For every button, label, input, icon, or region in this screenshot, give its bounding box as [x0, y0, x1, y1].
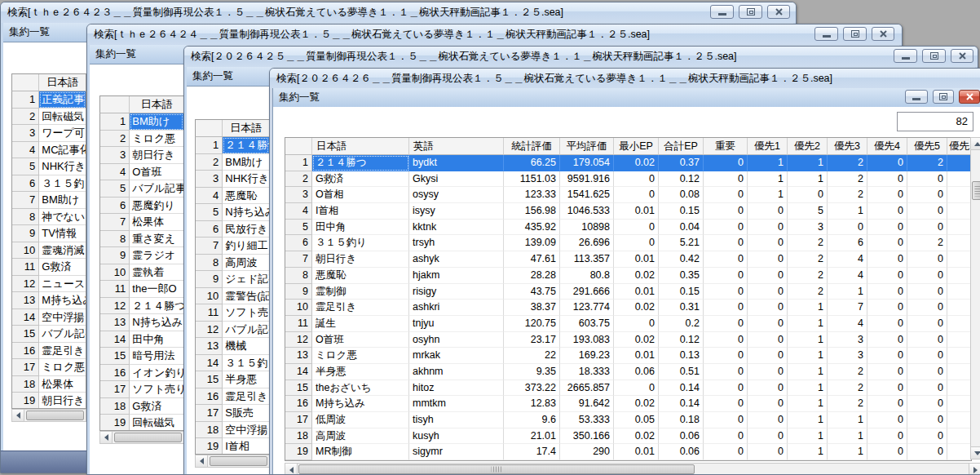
column-header-english[interactable]: 英語	[409, 138, 504, 155]
list-item[interactable]: 16 霊足引き	[196, 388, 269, 406]
column-header-important[interactable]: 重要	[704, 138, 748, 155]
scroll-left-button[interactable]	[100, 432, 113, 443]
scroll-down-button[interactable]	[971, 446, 980, 459]
list-item[interactable]: 10 霊警告(記	[196, 288, 269, 305]
list-item[interactable]: 3 ワープ可	[12, 125, 86, 142]
list-item[interactable]: 13 M持ち込み	[12, 292, 86, 309]
list-item[interactable]: 9 TV情報	[12, 225, 86, 242]
column-header-japanese[interactable]: 日本語	[312, 138, 409, 155]
list-item[interactable]: 6 悪魔釣り	[100, 198, 183, 215]
column-header-index[interactable]	[285, 138, 312, 155]
table-horizontal-scrollbar[interactable]	[285, 463, 980, 474]
close-button[interactable]	[872, 27, 894, 41]
scroll-up-button[interactable]	[971, 138, 980, 150]
list-item[interactable]: 9 ジェド記事	[196, 271, 269, 288]
scrollbar-track[interactable]	[971, 150, 980, 446]
list-item[interactable]: 2 ミロク悪	[100, 131, 183, 148]
list-item[interactable]: 16 イオン釣り	[100, 365, 183, 382]
list-item[interactable]: 3 朝日行き	[100, 147, 183, 164]
list-item[interactable]: 3 NHK行き	[196, 171, 269, 188]
child-minimize-button[interactable]	[905, 90, 928, 104]
column-header-priority6-clipped[interactable]: 優先	[947, 138, 971, 155]
list-item[interactable]: 17 ソフト売り	[100, 381, 183, 398]
list-horizontal-scrollbar[interactable]	[195, 455, 270, 468]
count-field[interactable]: 82	[897, 112, 973, 131]
list-item[interactable]: 1 BM助け	[100, 113, 183, 131]
list-item[interactable]: 15 半身悪	[196, 371, 269, 388]
list-item[interactable]: 19 朝日行き	[12, 393, 86, 409]
list-item[interactable]: 13 N持ち込み	[100, 314, 183, 331]
scrollbar-thumb[interactable]	[210, 456, 267, 466]
scrollbar-thumb[interactable]	[114, 433, 182, 442]
scroll-left-button[interactable]	[285, 464, 298, 474]
table-row[interactable]: 18 高周波 kusyh 21.01 350.166 0.02 0.06 0 0…	[285, 428, 971, 445]
list-item[interactable]: 1 正義記事	[12, 91, 86, 109]
column-header-priority1[interactable]: 優先1	[748, 138, 788, 155]
table-row[interactable]: 6 ３１５釣り trsyh 139.09 26.696 0 5.21 0 0 2	[285, 235, 971, 251]
table-row[interactable]: 10 霊足引き ashkri 38.37 123.774 0.02 0.31 0…	[285, 300, 971, 316]
list-item[interactable]: 14 ３１５釣り	[196, 355, 269, 372]
list-item[interactable]: 8 神でない	[12, 209, 86, 226]
table-row[interactable]: 2 G救済 Gkysi 1151.03 9591.916 0 0.12 0 1 …	[285, 171, 971, 188]
list-item[interactable]: 8 高周波	[196, 255, 269, 272]
table-vertical-scrollbar[interactable]	[970, 137, 980, 459]
scrollbar-thumb[interactable]	[298, 464, 695, 474]
list-item[interactable]: 18 G救済	[100, 398, 183, 415]
table-row[interactable]: 12 O首班 osyhn 23.17 193.083 0.02 0.12 0 0…	[285, 332, 971, 348]
scroll-right-button[interactable]	[969, 464, 980, 474]
list-item[interactable]: 14 空中浮揚	[12, 309, 86, 326]
column-header-min-ep[interactable]: 最小EP	[614, 138, 659, 155]
list-item[interactable]: 4 MC記事化	[12, 142, 86, 159]
titlebar[interactable]: 検索[ｔｈｅ２６４２４＿＿質量制御再現公表１．５＿＿椀状石覚えている夢導き１．１…	[87, 24, 902, 46]
list-item[interactable]: 1 ２１４勝つ	[196, 137, 269, 154]
scroll-left-button[interactable]	[12, 410, 24, 421]
list-item[interactable]: 17 S販売	[196, 405, 269, 422]
maximize-button[interactable]	[739, 5, 762, 19]
list-item[interactable]: 12 ニュース	[12, 276, 86, 293]
titlebar[interactable]: 検索[２０２６４２６＿＿質量制御再現公表１．５＿＿椀状石覚えている夢導き１．１＿…	[270, 69, 980, 89]
table-row[interactable]: 5 田中角 kktnk 435.92 10898 0 0.04 0 0 3 0	[285, 220, 971, 236]
scrollbar-thumb[interactable]	[26, 411, 84, 420]
scrollbar-thumb[interactable]	[972, 181, 980, 200]
list-item[interactable]: 16 霊足引き	[12, 343, 86, 360]
list-item[interactable]: 19 I首相	[196, 438, 269, 455]
table-row[interactable]: 15 theおざいち hitoz 373.22 2665.857 0 0.14 …	[285, 380, 971, 397]
list-item[interactable]: 2 回転磁気	[12, 109, 86, 126]
column-header-stat[interactable]: 統計評価	[504, 138, 560, 155]
minimize-button[interactable]	[710, 5, 734, 19]
list-item[interactable]: 11 G救済	[12, 259, 86, 276]
maximize-button[interactable]	[922, 49, 946, 63]
list-item[interactable]: 12 バブル記事	[196, 322, 269, 339]
panel-caption[interactable]: 集約一覧	[273, 88, 980, 108]
list-item[interactable]: 10 霊執着	[100, 264, 183, 282]
list-item[interactable]: 11 ソフト売り	[196, 304, 269, 322]
list-item[interactable]: 18 松果体	[12, 376, 86, 393]
table-row[interactable]: 14 半身悪 akhnm 9.35 18.333 0.06 0.51 0 0 1	[285, 364, 971, 380]
list-item[interactable]: 17 ミロク悪	[12, 359, 86, 376]
table-row[interactable]: 17 低周波 tisyh 9.6 53.333 0.05 0.18 0 0 1	[285, 412, 971, 428]
table-row[interactable]: 11 誕生 tnjyu 120.75 603.75 0 0.2 0 0 1 4	[285, 316, 971, 332]
list-item[interactable]: 6 ３１５釣り	[12, 175, 86, 193]
list-item[interactable]: 10 霊魂消滅	[12, 242, 86, 260]
table-row[interactable]: 3 O首相 osysy 123.33 1541.625 0 0.08 0 1 0	[285, 187, 971, 203]
list-item[interactable]: 13 機械	[196, 338, 269, 355]
minimize-button[interactable]	[814, 27, 838, 41]
table-row[interactable]: 8 悪魔恥 hjakm 28.28 80.8 0.02 0.35 0 0 2 4	[285, 268, 971, 284]
list-item[interactable]: 14 田中角	[100, 331, 183, 348]
list-item[interactable]: 11 the一郎O	[100, 281, 183, 298]
close-button[interactable]	[767, 5, 790, 19]
titlebar[interactable]: 検索[ｔｈｅ２６４２３＿＿質量制御再現公表１．５＿＿椀状石覚えている夢導き１．１…	[1, 2, 796, 24]
list-item[interactable]: 2 BM助け	[196, 154, 269, 171]
list-item[interactable]: 5 バブル記事	[100, 180, 183, 198]
titlebar[interactable]: 検索[２０２６４２５＿＿質量制御再現公表１．５＿＿椀状石覚えている夢導き１．１＿…	[184, 47, 978, 68]
scroll-left-button[interactable]	[196, 455, 208, 467]
list-item[interactable]: 6 民放行き	[196, 221, 269, 238]
list-item[interactable]: 9 霊ラジオ	[100, 247, 183, 264]
list-item[interactable]: 4 O首班	[100, 164, 183, 181]
table-row[interactable]: 9 霊制御 risigy 43.75 291.666 0.01 0.15 0 0…	[285, 284, 971, 300]
column-header-priority4[interactable]: 優先4	[867, 138, 907, 155]
child-close-button[interactable]	[959, 90, 980, 104]
table-row[interactable]: 16 M持ち込み mmtkm 12.83 91.642 0.02 0.14 0 …	[285, 396, 971, 412]
table-row[interactable]: 19 MR制御 sigymr 17.4 290 0.01 0.06 0 0 1	[285, 444, 971, 460]
list-item[interactable]: 7 松果体	[100, 214, 183, 231]
